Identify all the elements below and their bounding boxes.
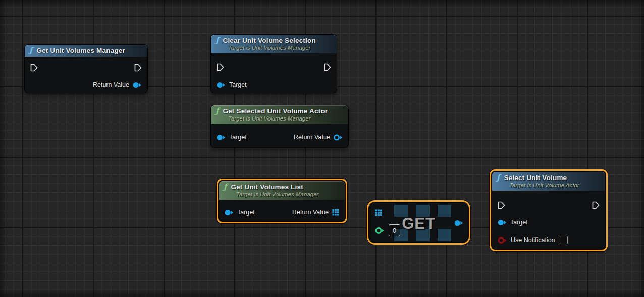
exec-in-pin[interactable] xyxy=(217,63,224,71)
target-pin[interactable] xyxy=(225,209,234,216)
node-header[interactable]: ƒ Get Selected Unit Volume Actor Target … xyxy=(211,105,348,124)
target-label: Target xyxy=(510,219,528,226)
node-header[interactable]: ƒ Get Unit Volumes List Target is Unit V… xyxy=(219,181,345,200)
return-value-pin[interactable] xyxy=(133,82,142,88)
node-title: Select Unit Volume xyxy=(504,174,567,182)
target-pin[interactable] xyxy=(498,219,507,226)
blueprint-graph-canvas[interactable]: ƒ Get Unit Volumes Manager Return Value … xyxy=(0,0,644,297)
node-array-get[interactable]: GET 0 xyxy=(369,202,468,243)
function-icon: ƒ xyxy=(216,107,219,115)
node-header[interactable]: ƒ Select Unit Volume Target is Unit Volu… xyxy=(492,172,605,191)
function-icon: ƒ xyxy=(216,36,219,44)
target-pin[interactable] xyxy=(217,134,226,141)
function-icon: ƒ xyxy=(29,46,32,54)
element-out-pin[interactable] xyxy=(454,220,463,226)
target-label: Target xyxy=(229,134,247,141)
array-in-pin[interactable] xyxy=(375,209,382,216)
node-title: Get Selected Unit Volume Actor xyxy=(223,107,328,115)
function-icon: ƒ xyxy=(224,183,227,191)
node-subtitle: Target is Unit Volume Actor xyxy=(497,182,600,188)
node-title: Get Unit Volumes Manager xyxy=(36,47,125,54)
node-title: Clear Unit Volume Selection xyxy=(223,37,315,44)
node-subtitle: Target is Unit Volumes Manager xyxy=(216,115,343,122)
node-subtitle: Target is Unit Volumes Manager xyxy=(216,45,332,51)
target-pin[interactable] xyxy=(217,82,226,88)
return-value-label: Return Value xyxy=(294,134,330,141)
node-subtitle: Target is Unit Volumes Manager xyxy=(224,191,340,197)
node-clear-unit-volume-selection[interactable]: ƒ Clear Unit Volume Selection Target is … xyxy=(210,34,337,93)
bool-pin[interactable] xyxy=(498,237,507,244)
return-value-pin[interactable] xyxy=(334,134,343,141)
node-title: Get Unit Volumes List xyxy=(231,183,303,191)
exec-out-pin[interactable] xyxy=(134,64,142,72)
target-label: Target xyxy=(229,81,247,88)
exec-out-pin[interactable] xyxy=(324,63,331,71)
index-pin[interactable] xyxy=(375,227,385,234)
node-header[interactable]: ƒ Get Unit Volumes Manager xyxy=(25,45,147,57)
use-notification-label: Use Notification xyxy=(511,236,555,244)
node-get-unit-volumes-list[interactable]: ƒ Get Unit Volumes List Target is Unit V… xyxy=(219,181,345,221)
return-value-label: Return Value xyxy=(292,209,329,216)
function-icon: ƒ xyxy=(497,173,500,182)
node-header[interactable]: ƒ Clear Unit Volume Selection Target is … xyxy=(211,35,337,53)
node-get-unit-volumes-manager[interactable]: ƒ Get Unit Volumes Manager Return Value xyxy=(24,44,148,93)
use-notification-checkbox[interactable] xyxy=(560,236,568,244)
exec-in-pin[interactable] xyxy=(30,64,38,72)
node-select-unit-volume[interactable]: ƒ Select Unit Volume Target is Unit Volu… xyxy=(492,171,606,249)
node-get-selected-unit-volume-actor[interactable]: ƒ Get Selected Unit Volume Actor Target … xyxy=(210,105,349,148)
exec-in-pin[interactable] xyxy=(498,201,505,209)
exec-out-pin[interactable] xyxy=(592,201,600,209)
array-out-pin[interactable] xyxy=(332,209,339,216)
return-value-label: Return Value xyxy=(93,81,129,88)
target-label: Target xyxy=(237,209,255,216)
index-input[interactable]: 0 xyxy=(389,224,400,236)
